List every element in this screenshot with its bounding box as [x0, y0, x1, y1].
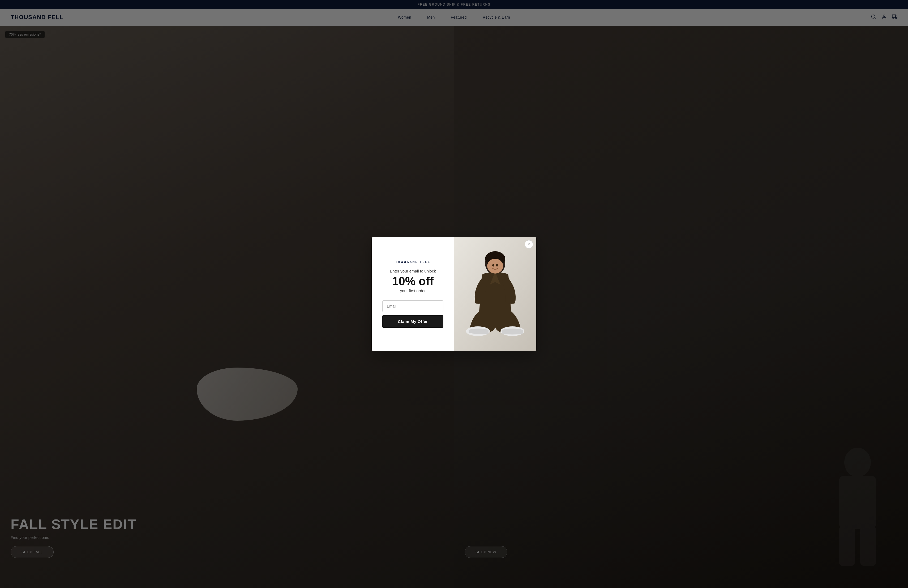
- modal-close-button[interactable]: ×: [525, 240, 533, 248]
- modal-brand: THOUSAND FELL: [395, 260, 430, 263]
- modal-image-panel: ×: [454, 237, 536, 351]
- modal-person-illustration: [454, 237, 536, 351]
- modal-order-text: your first order: [400, 288, 426, 293]
- claim-offer-button[interactable]: Claim My Offer: [382, 315, 443, 328]
- popup-modal: THOUSAND FELL Enter your email to unlock…: [372, 237, 536, 351]
- svg-point-20: [496, 264, 498, 267]
- modal-backdrop[interactable]: THOUSAND FELL Enter your email to unlock…: [0, 0, 908, 588]
- modal-discount: 10% off: [392, 275, 433, 288]
- svg-point-19: [492, 264, 494, 267]
- modal-subtitle: Enter your email to unlock: [390, 269, 436, 273]
- email-input[interactable]: [382, 300, 443, 312]
- modal-form-panel: THOUSAND FELL Enter your email to unlock…: [372, 237, 454, 351]
- svg-point-18: [487, 259, 503, 274]
